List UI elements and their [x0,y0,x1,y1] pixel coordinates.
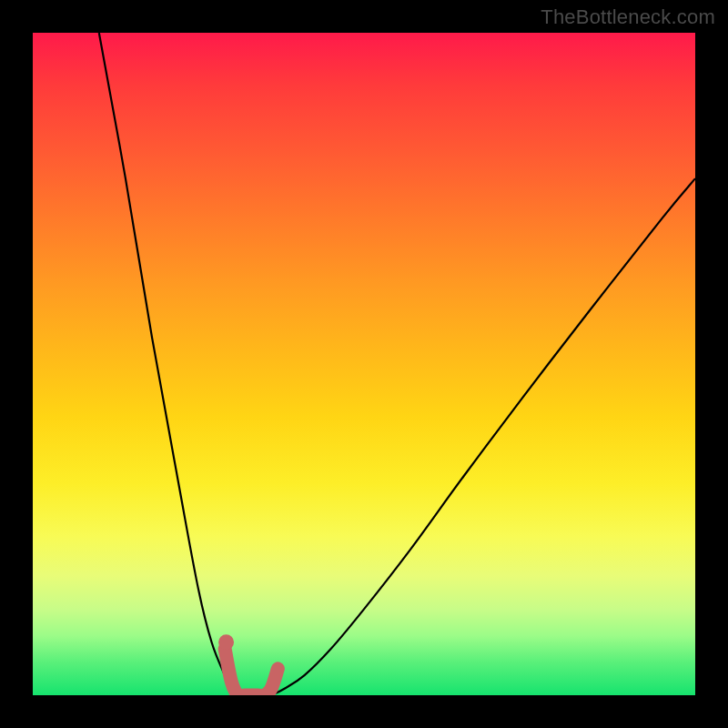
watermark-label: TheBottleneck.com [541,5,715,29]
curve-right-branch [271,178,695,695]
curve-left-branch [99,33,238,695]
chart-frame: TheBottleneck.com [0,0,728,728]
trough-marker-path [225,649,278,695]
trough-marker-dot [218,634,234,650]
chart-plot-area [33,33,695,695]
chart-svg [33,33,695,695]
